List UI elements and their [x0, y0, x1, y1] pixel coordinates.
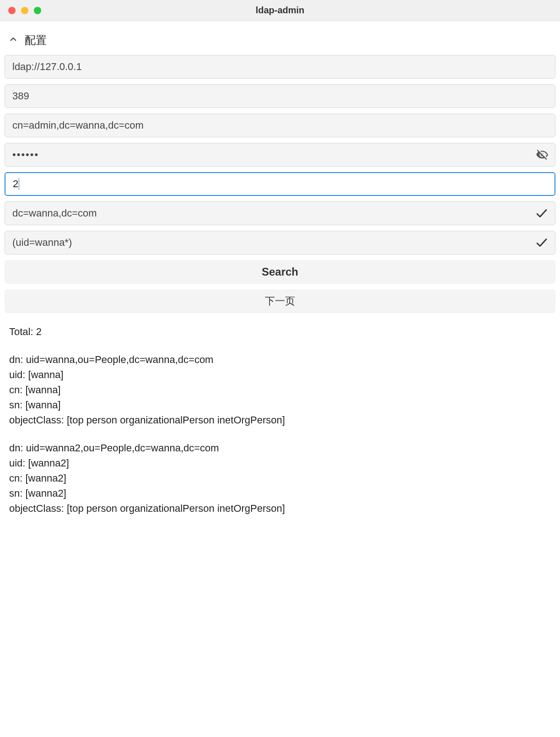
bind-dn-input[interactable] — [12, 119, 548, 131]
content: 配置 2 — [0, 21, 560, 533]
close-button[interactable] — [8, 7, 16, 14]
next-page-button[interactable]: 下一页 — [5, 289, 555, 313]
result-line: dn: uid=wanna2,ou=People,dc=wanna,dc=com — [9, 440, 551, 455]
results: Total: 2 dn: uid=wanna,ou=People,dc=wann… — [5, 315, 555, 516]
config-fields: 2 Search 下一页 — [5, 53, 555, 315]
config-section-title: 配置 — [25, 33, 47, 48]
result-line: objectClass: [top person organizationalP… — [9, 501, 551, 516]
results-total: Total: 2 — [9, 324, 551, 339]
url-input[interactable] — [12, 61, 548, 73]
minimize-button[interactable] — [21, 7, 28, 14]
port-field-wrapper — [5, 84, 555, 108]
eye-off-icon[interactable] — [536, 148, 549, 161]
chevron-up-icon — [9, 35, 17, 45]
result-entry: dn: uid=wanna2,ou=People,dc=wanna,dc=com… — [9, 440, 551, 516]
page-size-input[interactable]: 2 — [13, 178, 18, 190]
bind-dn-field-wrapper — [5, 114, 555, 137]
result-line: cn: [wanna] — [9, 382, 551, 397]
password-field-wrapper — [5, 143, 555, 167]
result-line: uid: [wanna2] — [9, 455, 551, 471]
result-line: uid: [wanna] — [9, 367, 551, 382]
result-line: objectClass: [top person organizationalP… — [9, 412, 551, 428]
result-line: dn: uid=wanna,ou=People,dc=wanna,dc=com — [9, 352, 551, 367]
base-dn-field-wrapper — [5, 201, 555, 225]
filter-input[interactable] — [12, 237, 548, 249]
url-field-wrapper — [5, 55, 555, 79]
titlebar: ldap-admin — [0, 0, 560, 21]
base-dn-input[interactable] — [12, 207, 548, 219]
window-controls — [8, 7, 41, 14]
window-title: ldap-admin — [0, 5, 560, 16]
maximize-button[interactable] — [34, 7, 41, 14]
text-cursor — [19, 178, 19, 190]
result-line: sn: [wanna2] — [9, 486, 551, 501]
config-section-header[interactable]: 配置 — [5, 26, 555, 53]
password-input[interactable] — [12, 149, 548, 161]
port-input[interactable] — [12, 90, 548, 102]
check-icon[interactable] — [535, 236, 549, 249]
page-size-field-wrapper: 2 — [5, 172, 555, 196]
result-line: cn: [wanna2] — [9, 471, 551, 486]
filter-field-wrapper — [5, 231, 555, 255]
result-entry: dn: uid=wanna,ou=People,dc=wanna,dc=com … — [9, 352, 551, 428]
search-button[interactable]: Search — [5, 260, 555, 284]
check-icon[interactable] — [535, 206, 549, 220]
result-line: sn: [wanna] — [9, 397, 551, 412]
